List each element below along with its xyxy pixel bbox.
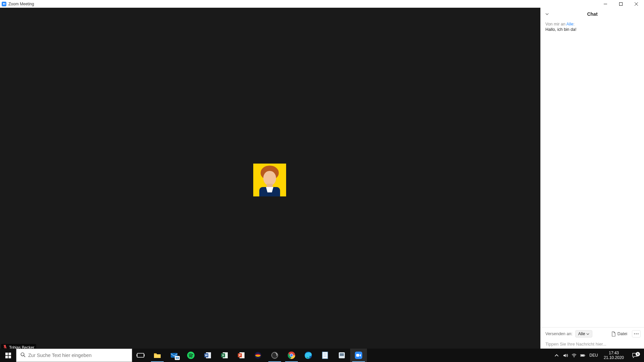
svg-rect-45 xyxy=(356,354,359,357)
tray-volume[interactable] xyxy=(561,349,570,362)
tray-clock[interactable]: 17:43 21.10.2020 xyxy=(600,351,627,360)
svg-rect-0 xyxy=(3,3,5,5)
task-view-icon xyxy=(137,351,145,359)
obs-icon xyxy=(271,351,279,359)
search-input[interactable] xyxy=(28,353,132,358)
taskbar-app-mail[interactable]: 69 xyxy=(166,349,182,362)
recipient-select[interactable]: Alle xyxy=(575,330,593,338)
spotify-icon xyxy=(187,351,195,359)
window-minimize-button[interactable] xyxy=(598,0,613,8)
action-center-button[interactable]: 1 xyxy=(627,353,642,358)
taskbar-app-powerpoint[interactable]: P xyxy=(233,349,250,362)
chat-header: Chat xyxy=(541,8,644,20)
svg-point-10 xyxy=(638,334,639,335)
chat-collapse-button[interactable] xyxy=(544,11,550,17)
chevron-up-icon xyxy=(554,353,559,358)
window-close-button[interactable] xyxy=(629,0,644,8)
svg-point-32 xyxy=(271,352,278,359)
chat-meta-prefix: Von mir an xyxy=(545,22,567,26)
participant-avatar xyxy=(253,164,286,196)
svg-rect-17 xyxy=(137,353,144,357)
svg-rect-11 xyxy=(5,353,8,355)
taskbar-app-chrome[interactable] xyxy=(283,349,300,362)
clock-time: 17:43 xyxy=(609,351,619,355)
chevron-down-icon xyxy=(586,333,589,336)
battery-icon xyxy=(580,353,585,358)
start-button[interactable] xyxy=(0,349,16,362)
powerpoint-icon: P xyxy=(237,351,245,359)
edge-icon xyxy=(304,351,312,359)
wifi-icon xyxy=(572,353,577,358)
taskbar-app-edge[interactable] xyxy=(300,349,317,362)
action-center-badge: 1 xyxy=(636,352,640,356)
svg-line-16 xyxy=(24,355,25,357)
clock-date: 21.10.2020 xyxy=(604,355,624,360)
zoom-app-icon xyxy=(2,2,6,6)
taskbar-app-file-explorer[interactable] xyxy=(149,349,166,362)
taskbar-app-obs[interactable] xyxy=(266,349,283,362)
windows-taskbar: 69 W X P xyxy=(0,349,644,362)
tray-overflow-button[interactable] xyxy=(552,349,561,362)
language-label: DEU xyxy=(589,353,598,358)
taskbar-app-spotify[interactable] xyxy=(182,349,199,362)
video-area[interactable]: Tobias Becker xyxy=(0,8,540,352)
svg-point-15 xyxy=(21,353,24,356)
zoom-icon xyxy=(355,351,363,359)
tray-language[interactable]: DEU xyxy=(587,349,600,362)
windows-logo-icon xyxy=(5,353,11,358)
search-icon xyxy=(20,352,25,359)
svg-point-9 xyxy=(636,334,637,335)
svg-rect-49 xyxy=(581,355,584,356)
chat-footer: Versenden an: Alle Datei xyxy=(541,327,644,352)
window-title: Zoom Meeting xyxy=(8,2,34,6)
taskbar-app-zoom[interactable] xyxy=(350,349,367,362)
chat-message-text: Hallo, ich bin da! xyxy=(545,27,639,32)
tray-wifi[interactable] xyxy=(570,349,578,362)
svg-rect-38 xyxy=(322,352,328,359)
excel-icon: X xyxy=(220,351,228,359)
taskbar-app-generic-2[interactable] xyxy=(333,349,350,362)
notepad-icon xyxy=(321,351,329,359)
word-icon: W xyxy=(204,351,212,359)
tray-battery[interactable] xyxy=(578,349,587,362)
chat-panel: Chat Von mir an Alle: Hallo, ich bin da!… xyxy=(540,8,644,352)
svg-rect-19 xyxy=(144,354,145,356)
svg-point-8 xyxy=(634,334,635,335)
chat-more-button[interactable] xyxy=(632,330,641,338)
svg-rect-13 xyxy=(5,356,8,358)
window-titlebar: Zoom Meeting xyxy=(0,0,644,8)
app-icon xyxy=(338,351,346,359)
svg-point-36 xyxy=(290,354,293,357)
chat-message-meta: Von mir an Alle: xyxy=(545,22,639,26)
chat-title: Chat xyxy=(587,11,597,17)
svg-rect-2 xyxy=(620,2,623,5)
svg-rect-12 xyxy=(8,353,11,355)
chat-meta-suffix: : xyxy=(573,22,574,26)
svg-rect-43 xyxy=(340,353,344,356)
taskbar-search[interactable] xyxy=(16,349,132,362)
svg-point-46 xyxy=(574,357,574,357)
taskbar-app-word[interactable]: W xyxy=(199,349,216,362)
folder-icon xyxy=(153,351,161,359)
recipient-selected: Alle xyxy=(578,331,585,336)
file-icon xyxy=(611,331,616,337)
app-icon xyxy=(254,351,262,359)
attach-file-button[interactable]: Datei xyxy=(609,330,629,338)
chat-meta-recipient: Alle xyxy=(567,22,574,26)
mail-badge: 69 xyxy=(175,356,180,360)
taskbar-app-excel[interactable]: X xyxy=(216,349,233,362)
file-label: Datei xyxy=(618,331,627,336)
taskbar-app-generic-1[interactable] xyxy=(250,349,266,362)
svg-rect-48 xyxy=(584,355,585,356)
chrome-icon xyxy=(287,351,296,359)
ellipsis-icon xyxy=(634,333,639,335)
send-to-label: Versenden an: xyxy=(545,331,573,336)
volume-icon xyxy=(563,353,568,358)
taskbar-app-notepad[interactable] xyxy=(317,349,333,362)
task-view-button[interactable] xyxy=(132,349,149,362)
svg-rect-18 xyxy=(137,354,137,356)
svg-text:X: X xyxy=(222,354,224,357)
window-maximize-button[interactable] xyxy=(613,0,629,8)
chat-messages[interactable]: Von mir an Alle: Hallo, ich bin da! xyxy=(541,20,644,327)
svg-rect-14 xyxy=(8,356,11,358)
